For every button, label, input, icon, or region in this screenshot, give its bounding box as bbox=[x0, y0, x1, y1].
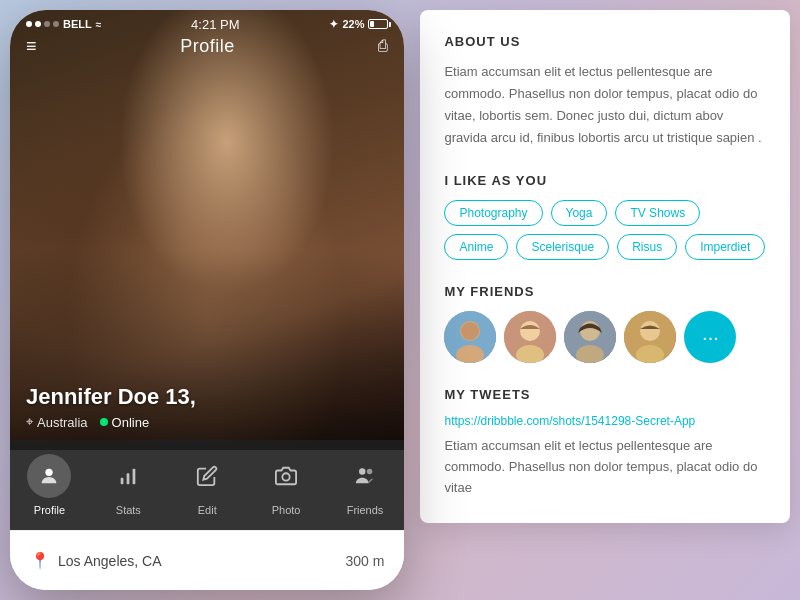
nav-stats-label: Stats bbox=[116, 504, 141, 516]
svg-rect-2 bbox=[127, 473, 130, 484]
about-title: ABOUT US bbox=[444, 34, 766, 49]
tag-yoga[interactable]: Yoga bbox=[551, 200, 608, 226]
friends-avatars: ··· bbox=[444, 311, 766, 363]
location-left: 📍 Los Angeles, CA bbox=[30, 551, 162, 570]
tweet-link[interactable]: https://dribbble.com/shots/1541298-Secre… bbox=[444, 414, 766, 428]
nav-edit-icon bbox=[185, 454, 229, 498]
edit-header-icon[interactable]: ⎙ bbox=[378, 37, 388, 55]
svg-rect-1 bbox=[121, 478, 124, 484]
user-name: Jennifer Doe 13, bbox=[26, 384, 196, 410]
profile-header: ≡ Profile ⎙ bbox=[10, 10, 404, 54]
tweets-section: MY TWEETS https://dribbble.com/shots/154… bbox=[444, 387, 766, 498]
user-info: Jennifer Doe 13, ⌖ Australia Online bbox=[26, 384, 196, 430]
tag-tvshows[interactable]: TV Shows bbox=[615, 200, 700, 226]
nav-item-profile[interactable]: Profile bbox=[10, 454, 89, 516]
friend-avatar-2[interactable] bbox=[504, 311, 556, 363]
user-online-status: Online bbox=[100, 415, 150, 430]
nav-stats-icon bbox=[106, 454, 150, 498]
distance-label: 300 m bbox=[346, 553, 385, 569]
tweets-title: MY TWEETS bbox=[444, 387, 766, 402]
friend-avatar-1[interactable] bbox=[444, 311, 496, 363]
likes-title: I LIKE AS YOU bbox=[444, 173, 766, 188]
user-location: ⌖ Australia bbox=[26, 414, 88, 430]
nav-item-edit[interactable]: Edit bbox=[168, 454, 247, 516]
more-icon: ··· bbox=[702, 326, 719, 349]
nav-friends-icon bbox=[343, 454, 387, 498]
tweet-text: Etiam accumsan elit et lectus pellentesq… bbox=[444, 436, 766, 498]
nav-friends-label: Friends bbox=[347, 504, 384, 516]
tag-photography[interactable]: Photography bbox=[444, 200, 542, 226]
svg-point-12 bbox=[520, 321, 540, 341]
friends-section: MY FRIENDS bbox=[444, 284, 766, 363]
nav-item-photo[interactable]: Photo bbox=[247, 454, 326, 516]
menu-icon[interactable]: ≡ bbox=[26, 36, 37, 57]
more-friends-button[interactable]: ··· bbox=[684, 311, 736, 363]
location-arrow-icon: ⌖ bbox=[26, 414, 33, 430]
tag-imperdiet[interactable]: Imperdiet bbox=[685, 234, 765, 260]
phone-mockup: BELL ≈ 4:21 PM ✦ 22% ≡ Profile ⎙ Jennife… bbox=[10, 10, 404, 590]
location-bar: 📍 Los Angeles, CA 300 m bbox=[10, 530, 404, 590]
svg-point-0 bbox=[46, 469, 53, 476]
svg-rect-3 bbox=[133, 469, 136, 485]
tag-anime[interactable]: Anime bbox=[444, 234, 508, 260]
city-label: Los Angeles, CA bbox=[58, 553, 162, 569]
tag-scelerisque[interactable]: Scelerisque bbox=[516, 234, 609, 260]
friend-avatar-4[interactable] bbox=[624, 311, 676, 363]
svg-point-4 bbox=[282, 473, 289, 480]
nav-photo-icon bbox=[264, 454, 308, 498]
tag-risus[interactable]: Risus bbox=[617, 234, 677, 260]
nav-profile-icon bbox=[27, 454, 71, 498]
svg-point-5 bbox=[359, 468, 365, 474]
svg-point-6 bbox=[367, 469, 373, 475]
about-text: Etiam accumsan elit et lectus pellentesq… bbox=[444, 61, 766, 149]
location-label: Australia bbox=[37, 415, 88, 430]
location-pin-icon: 📍 bbox=[30, 551, 50, 570]
page-title: Profile bbox=[180, 36, 235, 57]
friend-avatar-3[interactable] bbox=[564, 311, 616, 363]
svg-point-18 bbox=[640, 321, 660, 341]
online-dot bbox=[100, 418, 108, 426]
nav-edit-label: Edit bbox=[198, 504, 217, 516]
friends-title: MY FRIENDS bbox=[444, 284, 766, 299]
nav-item-friends[interactable]: Friends bbox=[326, 454, 405, 516]
tags-container: Photography Yoga TV Shows Anime Sceleris… bbox=[444, 200, 766, 260]
likes-section: I LIKE AS YOU Photography Yoga TV Shows … bbox=[444, 173, 766, 260]
status-label: Online bbox=[112, 415, 150, 430]
nav-photo-label: Photo bbox=[272, 504, 301, 516]
svg-point-10 bbox=[461, 322, 479, 340]
right-panel: ABOUT US Etiam accumsan elit et lectus p… bbox=[420, 10, 790, 523]
nav-profile-label: Profile bbox=[34, 504, 65, 516]
user-meta: ⌖ Australia Online bbox=[26, 414, 196, 430]
nav-item-stats[interactable]: Stats bbox=[89, 454, 168, 516]
bottom-nav: Profile Stats bbox=[10, 440, 404, 530]
